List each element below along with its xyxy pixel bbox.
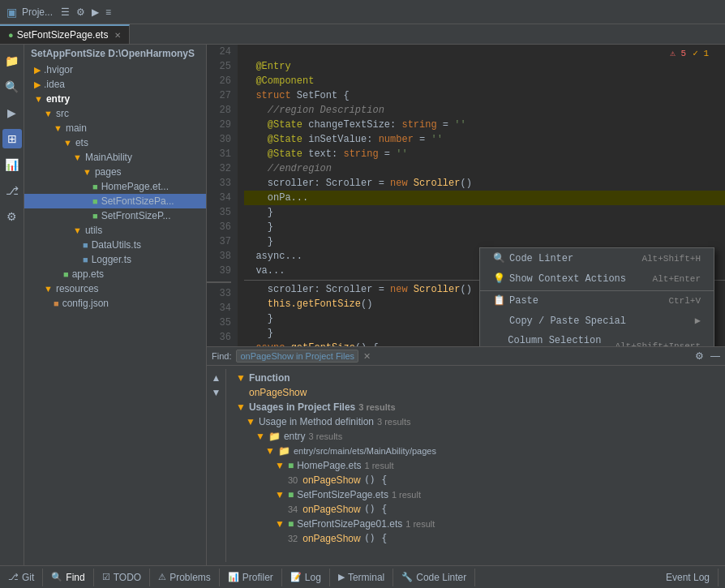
project-tree: SetAppFontSize D:\OpenHarmonyS ▶ .hvigor… (24, 45, 207, 565)
tree-label: app.ets (72, 268, 104, 280)
find-collapse-icon[interactable]: — (710, 350, 720, 362)
tree-item-mainability[interactable]: ▼ MainAbility (24, 150, 206, 165)
tree-item-appets[interactable]: ■ app.ets (24, 267, 206, 281)
folder-icon: ▼ (73, 225, 82, 235)
bottom-tab-problems[interactable]: ⚠ Problems (150, 569, 220, 586)
bottom-tab-log[interactable]: 📝 Log (282, 569, 330, 586)
menu-item-context-actions[interactable]: 💡 Show Context Actions Alt+Enter (480, 268, 714, 289)
file-name: SetFrontSizePage01.ets (297, 518, 402, 530)
menu-icon-tools[interactable]: ≡ (105, 6, 111, 18)
function-item-label: onPageShow (249, 387, 307, 398)
find-section-function[interactable]: ▼ Function (226, 371, 725, 385)
folder-icon: ▼ (73, 152, 82, 162)
path-label: entry/src/main/ets/MainAbility/pages (294, 446, 436, 456)
method-count: 3 results (377, 417, 411, 427)
sidebar-icon-project[interactable]: 📁 (2, 51, 22, 71)
tab-setfontsizepage[interactable]: ● SetFontSizePage.ets ✕ (0, 24, 130, 44)
sidebar-icon-profiler[interactable]: 📊 (2, 155, 22, 174)
file-count: 1 result (405, 519, 435, 529)
menu-item-column-selection[interactable]: Column Selection Mode Alt+Shift+Insert (480, 331, 714, 346)
find-close-button[interactable]: ✕ (363, 351, 371, 362)
tab-close-button[interactable]: ✕ (114, 31, 121, 40)
menu-icon-structure[interactable]: ☰ (61, 6, 70, 18)
project-label: Proje... (22, 6, 53, 18)
menu-label: Copy / Paste Special (509, 315, 626, 327)
find-line-homepage[interactable]: 30 onPageShow() { (226, 473, 725, 487)
tree-item-logger[interactable]: ■ Logger.ts (24, 252, 206, 267)
find-section-method[interactable]: ▼ Usage in Method definition 3 results (226, 414, 725, 429)
menu-item-code-linter[interactable]: 🔍 Code Linter Alt+Shift+H (480, 248, 714, 268)
tree-item-main[interactable]: ▼ main (24, 121, 206, 135)
find-file-homepage[interactable]: ▼ ■ HomePage.ets 1 result (226, 458, 725, 473)
find-line-setfontsizepage[interactable]: 34 onPageShow() { (226, 502, 725, 517)
sidebar-icon-search[interactable]: 🔍 (2, 77, 22, 97)
find-section-entry[interactable]: ▼ 📁 entry 3 results (226, 429, 725, 444)
sidebar-icon-settings[interactable]: ⚙ (2, 207, 22, 226)
sidebar-icon-git[interactable]: ⎇ (2, 181, 22, 200)
folder-icon: ▼ (44, 109, 53, 118)
bottom-tab-code-linter[interactable]: 🔧 Code Linter (393, 569, 475, 586)
code-highlight: onPageShow (302, 533, 360, 544)
tree-item-ets[interactable]: ▼ ets (24, 135, 206, 150)
bottom-tab-git[interactable]: ⎇ Git (0, 569, 43, 586)
usages-count: 3 results (358, 402, 395, 412)
code-editor[interactable]: ⚠ 5 ✓ 1 2425262728 2930313233 3435363738… (207, 45, 725, 346)
menu-icon-run[interactable]: ▶ (92, 6, 99, 18)
tree-label: main (66, 122, 87, 134)
folder-icon: 📁 (268, 431, 281, 442)
code-line (244, 45, 725, 59)
line-numbers: 2425262728 2930313233 343536373839 33 34… (207, 45, 238, 346)
tree-item-datautils[interactable]: ■ DataUtils.ts (24, 238, 206, 252)
tree-item-resources[interactable]: ▼ resources (24, 281, 206, 296)
tree-item-homepage[interactable]: ■ HomePage.et... (24, 179, 206, 194)
git-tab-label: Git (22, 572, 34, 583)
menu-item-paste[interactable]: 📋 Paste Ctrl+V (480, 290, 714, 311)
tree-item-pages[interactable]: ▼ pages (24, 165, 206, 179)
event-log-tab-label: Event Log (666, 572, 710, 583)
context-menu: 🔍 Code Linter Alt+Shift+H 💡 Show Context… (479, 247, 714, 346)
ets-icon: ■ (288, 460, 294, 471)
code-preview: () { (364, 533, 388, 544)
find-line-setfrontsizepage01[interactable]: 32 onPageShow() { (226, 531, 725, 546)
tree-label: SetFontSizePa... (101, 195, 174, 207)
find-query[interactable]: onPageShow in Project Files (236, 350, 358, 363)
tree-item-setfrontsizepage[interactable]: ■ SetFrontSizeP... (24, 208, 206, 223)
tree-item-entry[interactable]: ▼ entry (24, 92, 206, 106)
code-highlight: onPageShow (302, 474, 360, 486)
bottom-tab-terminal[interactable]: ▶ Terminal (330, 569, 393, 586)
find-section-usages[interactable]: ▼ Usages in Project Files 3 results (226, 400, 725, 414)
sidebar-icon-run[interactable]: ▶ (2, 103, 22, 122)
menu-icon-build[interactable]: ⚙ (76, 6, 85, 18)
find-file-setfontsizepage[interactable]: ▼ ■ SetFontSizePage.ets 1 result (226, 487, 725, 502)
tree-item-src[interactable]: ▼ src (24, 106, 206, 121)
sidebar-icon-find[interactable]: ⊞ (2, 129, 22, 148)
find-file-setfrontsizepage01[interactable]: ▼ ■ SetFrontSizePage01.ets 1 result (226, 517, 725, 531)
find-item-onpageshow[interactable]: onPageShow (226, 385, 725, 400)
find-settings-icon[interactable]: ⚙ (695, 350, 704, 362)
bottom-tab-profiler[interactable]: 📊 Profiler (220, 569, 282, 586)
profiler-tab-label: Profiler (242, 572, 273, 583)
code-highlight: onPageShow (302, 504, 360, 515)
tree-item-utils[interactable]: ▼ utils (24, 223, 206, 238)
menu-label: Column Selection Mode (508, 335, 615, 346)
tree-item-hvigor[interactable]: ▶ .hvigor (24, 62, 206, 77)
bottom-tab-todo[interactable]: ☑ TODO (94, 569, 150, 586)
tree-item-idea[interactable]: ▶ .idea (24, 77, 206, 92)
tree-label: resources (56, 283, 99, 294)
tree-item-setfontsizepage[interactable]: ■ SetFontSizePa... (24, 194, 206, 208)
tree-item-configjson[interactable]: ■ config.json (24, 296, 206, 311)
code-line: scroller: Scroller = new Scroller() (244, 176, 725, 191)
menu-item-copy-paste-special[interactable]: Copy / Paste Special ▶ (480, 311, 714, 331)
bottom-tab-event-log[interactable]: Event Log (658, 569, 719, 586)
tree-label: DataUtils.ts (92, 239, 141, 251)
tree-label: Logger.ts (92, 254, 131, 265)
project-tree-title: SetAppFontSize D:\OpenHarmonyS (31, 48, 195, 59)
bottom-tab-find[interactable]: 🔍 Find (43, 569, 93, 586)
tree-label: entry (46, 93, 70, 105)
path-icon: 📁 (278, 445, 290, 457)
nav-down-icon[interactable]: ▼ (212, 387, 221, 398)
code-line: @State inSetValue: number = '' (244, 132, 725, 147)
nav-up-icon[interactable]: ▲ (212, 372, 221, 384)
menu-label: Show Context Actions (509, 273, 626, 285)
find-path[interactable]: ▼ 📁 entry/src/main/ets/MainAbility/pages (226, 444, 725, 458)
